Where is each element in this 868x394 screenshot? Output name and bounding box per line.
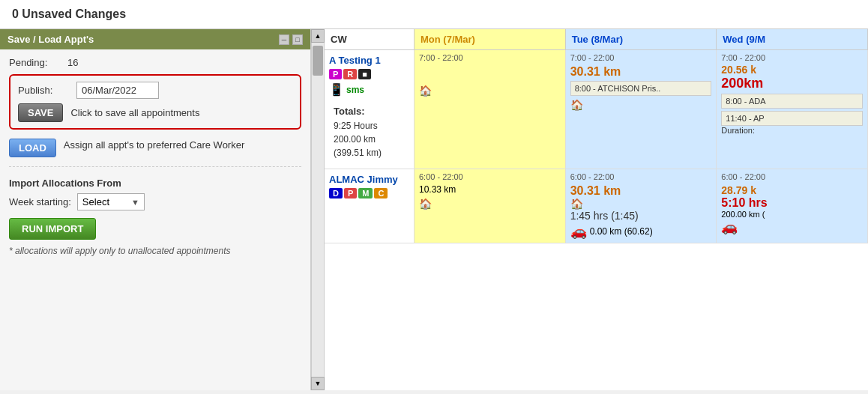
mon-cell-testing1: 7:00 - 22:00 🏠 (415, 50, 566, 169)
save-row: SAVE Click to save all appointments (18, 103, 292, 122)
col-header-tue: Tue (8/Mar) (566, 29, 717, 49)
home-icon2: 🏠 (570, 99, 583, 111)
dropdown-arrow-icon: ▼ (131, 198, 139, 207)
publish-section: Publish: SAVE Click to save all appointm… (9, 74, 301, 130)
wed-appt2: 11:40 - AP (721, 111, 863, 126)
wed-km: 20.56 k (721, 64, 863, 76)
unsaved-changes-title: 0 Unsaved Changes (12, 7, 126, 20)
scroll-thumb[interactable] (313, 46, 323, 76)
save-button[interactable]: SAVE (18, 103, 63, 122)
phone-icon: 📱 (329, 82, 344, 97)
panel-header: Save / Load Appt's ─ □ (0, 29, 310, 49)
save-hint: Click to save all appointments (70, 107, 199, 118)
calendar-section: CW Mon (7/Mar) Tue (8/Mar) Wed (9/M A Te… (325, 29, 868, 390)
almac-tue-car-row: 🚗 0.00 km (60.62) (570, 223, 712, 240)
col-header-cw: CW (325, 29, 415, 49)
col-header-mon: Mon (7/Mar) (415, 29, 566, 49)
tue-km: 30.31 km (570, 65, 712, 79)
select-label: Select (82, 196, 109, 207)
publish-row: Publish: (18, 82, 292, 99)
almac-wed-km2: 200.00 km ( (721, 210, 863, 219)
employee-tags: P R ■ (329, 69, 409, 79)
almac-tags: D P M C (329, 188, 409, 198)
top-bar: 0 Unsaved Changes (0, 0, 868, 29)
wed-time-range: 7:00 - 22:00 (721, 53, 863, 62)
car-icon2: 🚗 (721, 219, 738, 235)
panel-title: Save / Load Appt's (7, 34, 94, 45)
left-panel: Save / Load Appt's ─ □ Pending: 16 Publi… (0, 29, 311, 390)
car-icon: 🚗 (570, 223, 587, 240)
import-title: Import Allocations From (9, 178, 301, 189)
tue-appt: 8:00 - ATCHISON Pris.. (570, 81, 712, 96)
tue-cell-testing1: 7:00 - 22:00 30.31 km 8:00 - ATCHISON Pr… (566, 50, 717, 169)
almac-name-cell: ALMAC Jimmy D P M C (325, 169, 415, 243)
home-icon3: 🏠 (419, 198, 432, 210)
almac-wed-time: 6:00 - 22:00 (721, 172, 863, 181)
almac-name: ALMAC Jimmy (329, 174, 409, 185)
import-section: Import Allocations From Week starting: S… (9, 178, 301, 256)
table-row: ALMAC Jimmy D P M C 6:00 - 22:00 10.33 k… (325, 169, 868, 243)
panel-header-icons: ─ □ (279, 34, 303, 45)
employee-name-cell: A Testing 1 P R ■ 📱 sms Totals: 9:25 Hou… (325, 50, 415, 169)
load-row: LOAD Assign all appt's to preferred Care… (9, 139, 301, 167)
week-label: Week starting: (9, 196, 71, 207)
totals-cell: Totals: 9:25 Hours 200.00 km (399.51 km) (329, 100, 409, 164)
almac-tue-km: 30.31 km (570, 184, 712, 198)
employee-name: A Testing 1 (329, 55, 409, 66)
tag-m: M (358, 188, 373, 198)
home-icon4: 🏠 (570, 198, 583, 210)
totals-label: Totals: (334, 104, 405, 119)
tag-c: C (374, 188, 388, 198)
wed-duration: Duration: (721, 126, 863, 135)
almac-mon-time: 6:00 - 22:00 (419, 172, 561, 181)
almac-mon-cell: 6:00 - 22:00 10.33 km 🏠 (415, 169, 566, 243)
sms-label: sms (346, 85, 364, 95)
week-row: Week starting: Select ▼ (9, 193, 301, 210)
almac-tue-time: 6:00 - 22:00 (570, 172, 712, 181)
scroll-down-arrow[interactable]: ▼ (311, 377, 325, 390)
calendar-body: A Testing 1 P R ■ 📱 sms Totals: 9:25 Hou… (325, 50, 868, 390)
almac-mon-km: 10.33 km (419, 184, 561, 195)
mon-time-range: 7:00 - 22:00 (419, 53, 561, 62)
publish-date-input[interactable] (76, 82, 159, 99)
tag-rr: P (344, 188, 357, 198)
wed-km2: 200km (721, 76, 863, 91)
scrollbar[interactable]: ▲ ▼ (311, 29, 325, 390)
table-row: A Testing 1 P R ■ 📱 sms Totals: 9:25 Hou… (325, 50, 868, 169)
tue-home-icon: 🏠 (570, 99, 712, 111)
pending-row: Pending: 16 (9, 57, 301, 68)
scroll-up-arrow[interactable]: ▲ (311, 29, 325, 43)
almac-wed-cell: 6:00 - 22:00 28.79 k 5:10 hrs 200.00 km … (717, 169, 868, 243)
home-icon: 🏠 (419, 85, 432, 97)
mon-home-icon: 🏠 (419, 85, 561, 97)
maximize-icon[interactable]: □ (292, 34, 303, 45)
almac-wed-hrs: 5:10 hrs (721, 196, 863, 210)
tag-d: D (329, 188, 343, 198)
tag-black: ■ (358, 69, 371, 79)
run-import-button[interactable]: RUN IMPORT (9, 218, 96, 240)
calendar-header: CW Mon (7/Mar) Tue (8/Mar) Wed (9/M (325, 29, 868, 50)
almac-tue-cell: 6:00 - 22:00 30.31 km 🏠 1:45 hrs (1:45) … (566, 169, 717, 243)
tue-time-range: 7:00 - 22:00 (570, 53, 712, 62)
load-button[interactable]: LOAD (9, 139, 56, 157)
totals-km: 200.00 km (334, 133, 405, 146)
minimize-icon[interactable]: ─ (279, 34, 289, 45)
tag-p: P (329, 69, 342, 79)
almac-tue-home: 🏠 (570, 198, 712, 210)
almac-mon-home: 🏠 (419, 198, 561, 210)
tag-r: R (343, 69, 357, 79)
pending-value: 16 (67, 57, 78, 68)
almac-tue-hrs: 1:45 hrs (1:45) (570, 210, 712, 222)
wed-cell-testing1: 7:00 - 22:00 20.56 k 200km 8:00 - ADA 11… (717, 50, 868, 169)
week-select-dropdown[interactable]: Select ▼ (77, 193, 145, 210)
totals-hours: 9:25 Hours (334, 119, 405, 133)
almac-wed-km: 28.79 k (721, 184, 863, 196)
sms-icon: 📱 sms (329, 82, 409, 97)
pending-label: Pending: (9, 57, 61, 68)
col-header-wed: Wed (9/M (717, 29, 868, 49)
wed-appt1: 8:00 - ADA (721, 94, 863, 109)
import-note: * allocations will apply only to unalloc… (9, 246, 301, 256)
publish-label: Publish: (18, 85, 70, 96)
panel-body: Pending: 16 Publish: SAVE Click to save … (0, 49, 310, 390)
almac-tue-km-car: 0.00 km (60.62) (590, 226, 653, 237)
